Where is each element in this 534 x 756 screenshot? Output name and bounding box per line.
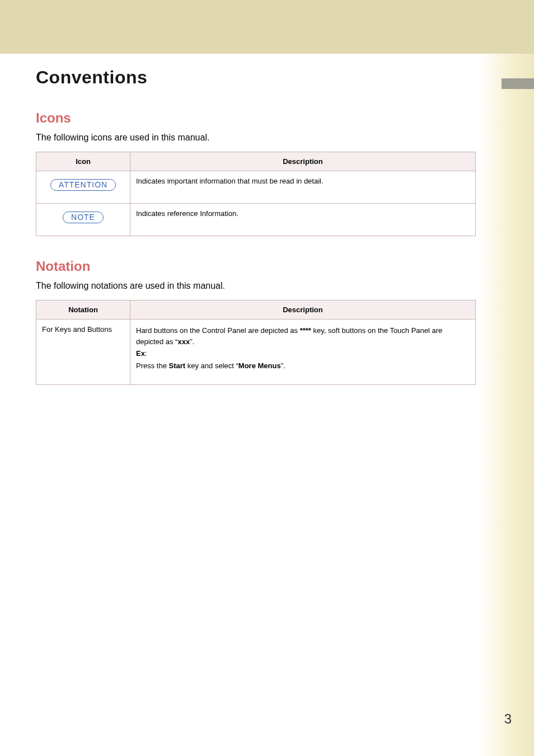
- col-description: Description: [130, 152, 476, 171]
- description-body: Hard buttons on the Control Panel are de…: [136, 325, 470, 371]
- bold-text: More Menus: [238, 361, 281, 370]
- bold-text: Ex: [136, 349, 145, 358]
- table-row: ATTENTION Indicates important informatio…: [36, 171, 476, 204]
- notation-table: Notation Description For Keys and Button…: [36, 300, 476, 385]
- header-band: [0, 0, 534, 54]
- text: :: [145, 349, 147, 358]
- page-content: Conventions Icons The following icons ar…: [36, 67, 476, 407]
- attention-icon: ATTENTION: [50, 179, 116, 191]
- col-notation: Notation: [36, 300, 130, 320]
- notation-lead-text: The following notations are used in this…: [36, 281, 476, 291]
- side-tab: [502, 78, 534, 89]
- col-icon: Icon: [36, 152, 130, 171]
- icons-table: Icon Description ATTENTION Indicates imp…: [36, 152, 476, 236]
- text: Hard buttons on the Control Panel are de…: [136, 326, 300, 335]
- bold-text: Start: [169, 361, 186, 370]
- text: Press the: [136, 361, 169, 370]
- text: ”.: [190, 337, 194, 346]
- icons-lead-text: The following icons are used in this man…: [36, 133, 476, 143]
- icon-cell: ATTENTION: [36, 171, 130, 204]
- section-heading-icons: Icons: [36, 110, 476, 126]
- note-icon: NOTE: [63, 212, 104, 223]
- page-title: Conventions: [36, 67, 476, 88]
- text: key and select “: [185, 361, 238, 370]
- text: ”.: [281, 361, 285, 370]
- table-header-row: Notation Description: [36, 300, 476, 320]
- table-row: NOTE Indicates reference Information.: [36, 204, 476, 236]
- bold-text: xxx: [177, 337, 190, 346]
- right-edge-gradient: [478, 54, 534, 756]
- page-number: 3: [504, 711, 512, 727]
- col-description: Description: [130, 300, 476, 320]
- table-row: For Keys and Buttons Hard buttons on the…: [36, 320, 476, 385]
- notation-cell: For Keys and Buttons: [36, 320, 130, 385]
- description-cell: Indicates important information that mus…: [130, 171, 476, 204]
- bold-text: ****: [300, 326, 311, 335]
- description-cell: Indicates reference Information.: [130, 204, 476, 236]
- description-cell: Hard buttons on the Control Panel are de…: [130, 320, 476, 385]
- icon-cell: NOTE: [36, 204, 130, 236]
- table-header-row: Icon Description: [36, 152, 476, 171]
- section-heading-notation: Notation: [36, 259, 476, 274]
